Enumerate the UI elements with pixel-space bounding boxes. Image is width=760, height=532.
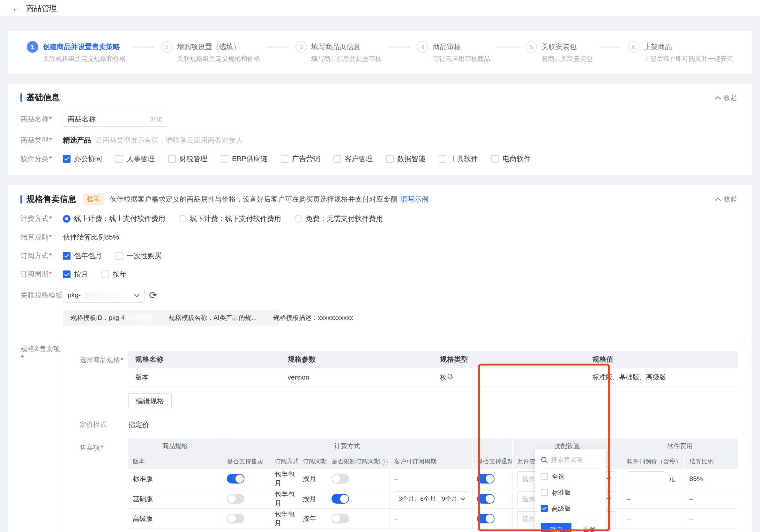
required-asterisk: * xyxy=(101,444,103,451)
category-checkbox-finance[interactable]: 财税管理 xyxy=(168,154,208,164)
basic-info-title: 基础信息 xyxy=(26,92,60,103)
checkbox-icon xyxy=(491,155,499,163)
checkbox-icon xyxy=(116,252,123,260)
billing-radio-free[interactable]: 免费：无需支付软件费用 xyxy=(295,214,383,224)
product-type-label: 商品类型* xyxy=(21,136,63,145)
col-sub-mode: 订阅方式 xyxy=(270,454,298,469)
required-asterisk: * xyxy=(120,356,123,363)
step-2-title: 增购项设置（选填） xyxy=(177,41,260,53)
checkbox-checked-icon xyxy=(541,505,548,512)
limit-toggle-off[interactable] xyxy=(331,474,349,483)
settle-ratio-cell: – xyxy=(685,509,738,528)
billing-radio-online[interactable]: 线上计费：线上支付软件费用 xyxy=(63,214,165,224)
list-price-input[interactable] xyxy=(627,471,665,486)
sale-row-basic: 基础版 包年包月 按月 3个月、6个月、9个月 xyxy=(128,489,738,509)
required-asterisk: * xyxy=(49,252,52,260)
step-2[interactable]: 2 增购项设置（选填） 关联规格组并定义规格和价格 xyxy=(161,41,260,63)
fill-example-link[interactable]: 填写示例 xyxy=(401,195,429,204)
checkbox-checked-icon xyxy=(63,270,71,278)
chevron-up-icon xyxy=(715,96,721,100)
spec-sale-label: 规格&售卖项* xyxy=(21,334,63,362)
col-list-price: 软件刊例价（含税） xyxy=(622,454,685,469)
reset-button[interactable]: 重置 xyxy=(583,526,596,532)
cycle-checkbox-monthly[interactable]: 按月 xyxy=(63,270,88,279)
sub-mode-checkbox-onetime[interactable]: 一次性购买 xyxy=(116,251,162,261)
sub-cycle-cell: 按月 xyxy=(298,489,327,509)
customer-cycle-cell: – xyxy=(389,469,472,489)
billing-method-label: 计费方式* xyxy=(21,214,63,224)
cycle-checkbox-yearly[interactable]: 按年 xyxy=(102,270,127,279)
step-1-number: 1 xyxy=(27,41,38,53)
basic-collapse-toggle[interactable]: 收起 xyxy=(711,93,737,102)
version-cell: 高级版 xyxy=(128,509,222,528)
spec-template-select[interactable]: pkg- xyxy=(63,288,145,303)
product-management-page: ← 商品管理 1 创建商品并设置售卖策略 关联规格组并定义规格和价格 2 增购项… xyxy=(0,0,760,532)
category-checkbox-ad[interactable]: 广告营销 xyxy=(281,154,320,164)
step-6[interactable]: 6 上架商品 上架后客户即可购买并一键安装 xyxy=(628,41,733,63)
category-checkbox-hr[interactable]: 人事管理 xyxy=(116,154,155,164)
refund-toggle-on[interactable] xyxy=(477,474,495,483)
divider xyxy=(541,518,600,518)
tip-text: 伙伴根据客户需求定义的商品属性与价格，设置好后客户可在购买页选择规格并支付对应金… xyxy=(110,195,397,204)
radio-icon xyxy=(179,215,186,223)
page-title: 商品管理 xyxy=(26,3,57,13)
select-spec-label: 选择商品规格* xyxy=(80,351,128,364)
category-checkbox-tools[interactable]: 工具软件 xyxy=(439,154,478,164)
category-checkbox-ecommerce[interactable]: 电商软件 xyxy=(491,154,531,164)
col-version: 版本 xyxy=(128,454,222,469)
step-1[interactable]: 1 创建商品并设置售卖策略 关联规格组并定义规格和价格 xyxy=(27,41,126,63)
checkbox-icon xyxy=(168,155,176,163)
spec-collapse-toggle[interactable]: 收起 xyxy=(711,195,737,203)
topbar: ← 商品管理 xyxy=(0,0,760,17)
sell-toggle-off[interactable] xyxy=(227,494,244,504)
col-limit-cycle: 是否限制订阅周期 i xyxy=(327,454,389,469)
sub-mode-checkbox-recurring[interactable]: 包年包月 xyxy=(63,251,102,261)
step-4[interactable]: 4 商品审核 等待云应用审核商品 xyxy=(417,41,490,63)
step-connector xyxy=(497,47,518,48)
option-premium[interactable]: 高级版 xyxy=(541,501,600,516)
step-3[interactable]: 3 填写商品页信息 填写商品信息并提交审核 xyxy=(296,41,382,63)
refresh-icon[interactable]: ⟳ xyxy=(149,290,157,300)
spec-table-row: 版本 version 枚举 标准版、基础版、高级版 xyxy=(128,368,738,386)
sub-cycle-cell: 按年 xyxy=(298,509,327,528)
customer-cycle-select[interactable]: 3个月、6个月、9个月 xyxy=(394,492,469,506)
category-checkbox-data[interactable]: 数据智能 xyxy=(386,154,425,164)
step-3-title: 填写商品页信息 xyxy=(311,41,382,53)
limit-toggle-off[interactable] xyxy=(331,514,349,523)
required-asterisk: * xyxy=(49,115,52,123)
checkbox-icon xyxy=(386,155,394,163)
step-3-subtitle: 填写商品信息并提交审核 xyxy=(311,55,382,63)
step-5[interactable]: 5 关联安装包 将商品关联安装包 xyxy=(526,41,593,63)
price-unit: 元 xyxy=(668,474,675,483)
option-standard[interactable]: 标准版 xyxy=(541,484,600,501)
billing-radio-offline[interactable]: 线下计费：线下支付软件费用 xyxy=(179,214,281,224)
spec-selling-title: 规格售卖信息 xyxy=(26,194,76,205)
radio-icon xyxy=(295,215,302,223)
sell-toggle-on[interactable] xyxy=(227,474,244,483)
confirm-button[interactable]: 确定 xyxy=(541,523,571,532)
sell-toggle-off[interactable] xyxy=(227,514,244,523)
sale-item-search-input[interactable] xyxy=(551,456,593,464)
option-select-all[interactable]: 全选 xyxy=(541,468,600,484)
back-arrow-icon[interactable]: ← xyxy=(12,4,21,13)
chevron-down-icon xyxy=(134,294,140,297)
software-category-label: 软件分类* xyxy=(21,154,63,164)
info-icon: i xyxy=(382,459,388,465)
step-connector xyxy=(133,47,154,48)
spec-cell-name: 版本 xyxy=(128,368,281,386)
refund-toggle-on[interactable] xyxy=(477,514,495,523)
limit-toggle-on[interactable] xyxy=(331,494,349,504)
edit-spec-button[interactable]: 编辑规格 xyxy=(128,393,172,409)
template-id: 规格模板ID：pkg-4 xyxy=(71,314,152,322)
sale-item-dropdown-panel: 全选 标准版 高级版 确定 重置 xyxy=(535,449,606,532)
category-checkbox-crm[interactable]: 客户管理 xyxy=(333,154,373,164)
category-checkbox-erp[interactable]: ERP供应链 xyxy=(221,154,267,164)
product-type-value: 精选产品 xyxy=(63,136,91,145)
product-name-input[interactable]: 商品名称 3/50 xyxy=(63,112,167,127)
collapse-label: 收起 xyxy=(724,93,737,102)
spec-selling-section: 规格售卖信息 提示 伙伴根据客户需求定义的商品属性与价格，设置好后客户可在购买页… xyxy=(8,185,752,532)
category-checkbox-office[interactable]: 办公协同 xyxy=(63,154,102,164)
step-6-subtitle: 上架后客户即可购买并一键安装 xyxy=(644,55,733,63)
refund-toggle-on[interactable] xyxy=(477,494,495,504)
group-billing: 计费方式 xyxy=(222,439,472,454)
